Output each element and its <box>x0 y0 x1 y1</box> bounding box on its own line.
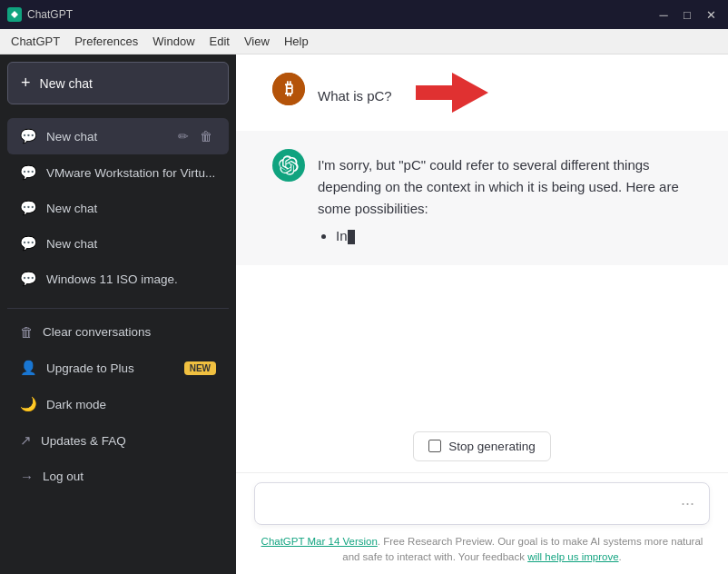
chat-actions-0: ✏ 🗑 <box>174 127 216 145</box>
stop-icon <box>428 440 441 452</box>
delete-chat-button[interactable]: 🗑 <box>196 127 216 145</box>
chat-bubble-icon-2: 💬 <box>20 200 37 216</box>
svg-text:₿: ₿ <box>285 80 293 98</box>
chat-bubble-icon-1: 💬 <box>20 164 37 181</box>
menu-chatgpt[interactable]: ChatGPT <box>4 31 67 52</box>
edit-chat-button[interactable]: ✏ <box>174 127 192 145</box>
menu-preferences[interactable]: Preferences <box>67 31 145 52</box>
upgrade-plus-item[interactable]: 👤 Upgrade to Plus NEW <box>7 351 229 385</box>
chat-item-0[interactable]: 💬 New chat ✏ 🗑 <box>7 118 229 154</box>
ai-list: In <box>318 225 692 247</box>
chat-label-1: VMware Workstation for Virtu... <box>46 166 216 180</box>
chat-bubble-icon-3: 💬 <box>20 235 37 252</box>
external-link-icon: ↗ <box>20 432 32 449</box>
menu-bar: ChatGPT Preferences Window Edit View Hel… <box>0 29 728 54</box>
svg-marker-2 <box>416 73 488 113</box>
new-chat-button[interactable]: + New chat <box>7 62 229 104</box>
ai-list-item-1: In <box>336 225 692 247</box>
log-out-item[interactable]: → Log out <box>7 460 229 493</box>
stop-bar: Stop generating <box>236 421 728 472</box>
updates-faq-label: Updates & FAQ <box>41 434 126 448</box>
clear-conversations-item[interactable]: 🗑 Clear conversations <box>7 315 229 349</box>
chat-label-2: New chat <box>46 202 216 215</box>
close-button[interactable]: ✕ <box>701 5 721 25</box>
chat-item-4[interactable]: 💬 Windows 11 ISO image. <box>7 262 229 296</box>
chat-bubble-icon-4: 💬 <box>20 271 37 287</box>
ai-message: I'm sorry, but "pC" could refer to sever… <box>236 131 728 265</box>
user-message-text: What is pC? <box>318 83 392 104</box>
stop-generating-button[interactable]: Stop generating <box>413 431 550 461</box>
dark-mode-item[interactable]: 🌙 Dark mode <box>7 387 229 421</box>
maximize-button[interactable]: □ <box>677 5 697 25</box>
version-link[interactable]: ChatGPT Mar 14 Version <box>261 536 378 547</box>
logout-icon: → <box>20 469 34 484</box>
menu-help[interactable]: Help <box>277 31 316 52</box>
app-body: + New chat 💬 New chat ✏ 🗑 💬 VMware Works… <box>0 54 728 574</box>
title-bar-left: ChatGPT <box>7 7 73 22</box>
chat-input[interactable] <box>270 496 674 510</box>
new-chat-label: New chat <box>40 76 93 91</box>
user-icon: 👤 <box>20 360 37 376</box>
ai-avatar <box>272 149 305 182</box>
chat-item-3[interactable]: 💬 New chat <box>7 226 229 261</box>
title-bar-title: ChatGPT <box>27 8 73 21</box>
minimize-button[interactable]: ─ <box>654 5 674 25</box>
dark-mode-label: Dark mode <box>46 398 106 411</box>
trash-icon: 🗑 <box>20 324 34 340</box>
cursor-block <box>348 230 355 244</box>
log-out-label: Log out <box>43 470 84 483</box>
chat-label-0: New chat <box>46 130 165 144</box>
user-avatar: ₿ <box>272 73 305 105</box>
moon-icon: 🌙 <box>20 396 37 412</box>
updates-faq-item[interactable]: ↗ Updates & FAQ <box>7 423 229 458</box>
input-area: ··· <box>236 472 728 529</box>
ai-intro-text: I'm sorry, but "pC" could refer to sever… <box>318 154 692 220</box>
chat-label-3: New chat <box>46 237 216 251</box>
app-icon <box>7 7 22 22</box>
sidebar-divider <box>7 308 229 309</box>
chat-item-2[interactable]: 💬 New chat <box>7 191 229 225</box>
upgrade-plus-label: Upgrade to Plus <box>46 361 134 375</box>
plus-icon: + <box>21 74 31 93</box>
more-options-icon[interactable]: ··· <box>681 494 694 513</box>
sidebar: + New chat 💬 New chat ✏ 🗑 💬 VMware Works… <box>0 54 236 574</box>
chat-bubble-icon-0: 💬 <box>20 128 37 144</box>
chat-item-1[interactable]: 💬 VMware Workstation for Virtu... <box>7 155 229 190</box>
menu-window[interactable]: Window <box>145 31 202 52</box>
input-box: ··· <box>254 482 710 525</box>
footer-text: ChatGPT Mar 14 Version. Free Research Pr… <box>236 529 728 575</box>
chat-label-4: Windows 11 ISO image. <box>46 272 216 286</box>
clear-conversations-label: Clear conversations <box>43 325 151 339</box>
stop-label: Stop generating <box>448 440 535 453</box>
chat-list: 💬 New chat ✏ 🗑 💬 VMware Workstation for … <box>0 112 236 302</box>
title-bar: ChatGPT ─ □ ✕ <box>0 0 728 29</box>
user-message-row: What is pC? <box>318 73 488 113</box>
new-badge: NEW <box>184 361 216 375</box>
ai-message-content: I'm sorry, but "pC" could refer to sever… <box>318 149 692 247</box>
window-controls: ─ □ ✕ <box>654 5 721 25</box>
user-message: ₿ What is pC? <box>236 54 728 131</box>
menu-view[interactable]: View <box>237 31 277 52</box>
chat-messages: ₿ What is pC? <box>236 54 728 421</box>
red-arrow-icon <box>407 73 488 113</box>
feedback-link[interactable]: will help us improve <box>527 551 618 562</box>
main-content: ₿ What is pC? <box>236 54 728 574</box>
menu-edit[interactable]: Edit <box>202 31 237 52</box>
